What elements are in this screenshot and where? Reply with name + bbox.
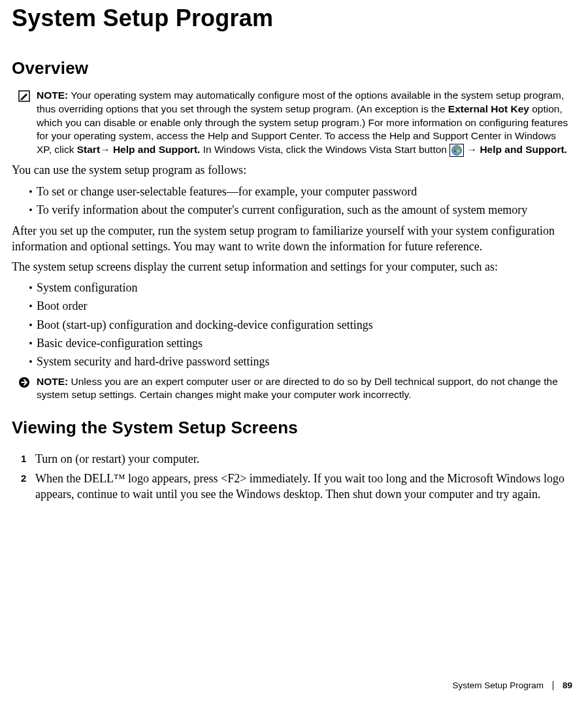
svg-rect-6 xyxy=(457,150,459,153)
bullet-text: To verify information about the computer… xyxy=(37,202,572,218)
note1-bold4: Help and Support. xyxy=(480,144,566,155)
note1-seg3: In Windows Vista, click the Windows Vist… xyxy=(200,144,449,155)
note-block-2: NOTE: Unless you are an expert computer … xyxy=(12,375,572,403)
note1-lead: NOTE: xyxy=(37,90,68,101)
note2-text: Unless you are an expert computer user o… xyxy=(37,376,558,401)
list-item: •To verify information about the compute… xyxy=(12,201,572,219)
section-heading-overview: Overview xyxy=(12,57,572,80)
note1-arrow1: → xyxy=(100,144,113,155)
note-icon xyxy=(18,89,37,102)
svg-rect-5 xyxy=(454,150,457,153)
footer-label: System Setup Program xyxy=(452,680,544,692)
notice-icon xyxy=(18,375,37,388)
note2-lead: NOTE: xyxy=(37,376,68,387)
page-content: System Setup Program Overview NOTE: Your… xyxy=(0,0,588,673)
page-footer: System Setup Program 89 xyxy=(0,673,588,699)
list-item: •System security and hard-drive password… xyxy=(12,352,572,371)
body-p3: The system setup screens display the cur… xyxy=(12,259,572,275)
body-p1: You can use the system setup program as … xyxy=(12,162,572,178)
svg-rect-4 xyxy=(457,148,459,150)
list-item: •Boot order xyxy=(12,297,572,315)
note1-bold2: Start xyxy=(77,144,100,155)
body-p2: After you set up the computer, run the s… xyxy=(12,223,572,255)
svg-rect-3 xyxy=(454,148,457,150)
note1-arrow2: → xyxy=(464,144,480,155)
bullet-text: To set or change user-selectable feature… xyxy=(37,184,572,199)
bullet-icon: • xyxy=(25,335,37,351)
footer-separator-icon xyxy=(553,681,553,690)
list-item: •Boot (start-up) configuration and docki… xyxy=(12,316,572,334)
bullet-text: Boot order xyxy=(37,298,572,314)
note-block-1: NOTE: Your operating system may automati… xyxy=(12,89,572,158)
bullet-icon: • xyxy=(25,354,37,369)
steps-list: 1Turn on (or restart) your computer. 2Wh… xyxy=(12,449,572,505)
section-heading-viewing: Viewing the System Setup Screens xyxy=(12,416,572,439)
vista-start-icon xyxy=(449,144,464,157)
step-number: 1 xyxy=(21,451,35,467)
step-text: Turn on (or restart) your computer. xyxy=(35,451,572,467)
step-text: When the DELL™ logo appears, press <F2> … xyxy=(35,471,572,503)
bullet-text: System configuration xyxy=(37,280,572,295)
bullet-text: System security and hard-drive password … xyxy=(37,354,572,369)
step-item: 2When the DELL™ logo appears, press <F2>… xyxy=(12,469,572,505)
bullet-icon: • xyxy=(25,298,37,314)
bullet-text: Boot (start-up) configuration and dockin… xyxy=(37,317,572,333)
bullet-icon: • xyxy=(25,280,37,295)
page-number: 89 xyxy=(563,680,572,692)
step-item: 1Turn on (or restart) your computer. xyxy=(12,449,572,469)
step-number: 2 xyxy=(21,471,35,486)
note1-bold3: Help and Support. xyxy=(113,144,200,155)
note1-content: NOTE: Your operating system may automati… xyxy=(37,89,572,158)
note1-bold1: External Hot Key xyxy=(448,103,529,114)
bullet-list-2: •System configuration •Boot order •Boot … xyxy=(12,278,572,371)
page-title: System Setup Program xyxy=(12,0,572,35)
bullet-icon: • xyxy=(25,184,37,199)
list-item: •System configuration xyxy=(12,278,572,297)
bullet-icon: • xyxy=(25,202,37,218)
bullet-list-1: •To set or change user-selectable featur… xyxy=(12,182,572,220)
list-item: •Basic device-configuration settings xyxy=(12,334,572,352)
note2-content: NOTE: Unless you are an expert computer … xyxy=(37,375,572,403)
list-item: •To set or change user-selectable featur… xyxy=(12,182,572,201)
bullet-text: Basic device-configuration settings xyxy=(37,335,572,351)
bullet-icon: • xyxy=(25,317,37,333)
